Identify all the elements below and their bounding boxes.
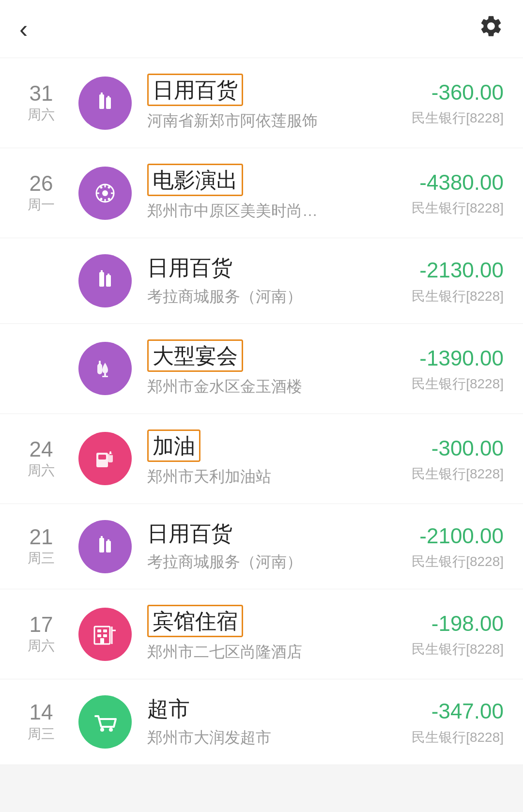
svg-rect-3 — [108, 96, 109, 98]
category-icon — [78, 608, 132, 661]
tx-info: 加油 郑州市天利加油站 — [147, 429, 381, 488]
tx-merchant: 河南省新郑市阿依莲服饰 — [147, 109, 381, 132]
tx-amount: -360.00 — [392, 78, 504, 106]
svg-rect-17 — [108, 274, 109, 276]
category-label-highlight: 日用百货 — [147, 74, 243, 106]
tx-bank: 民生银行[8228] — [392, 640, 504, 659]
tx-info: 日用百货 河南省新郑市阿依莲服饰 — [147, 74, 381, 132]
list-item[interactable]: 26 周一 电影演出 郑州市中原区美美时尚… -4380.00 民生银行[822… — [0, 148, 523, 238]
back-button[interactable]: ‹ — [19, 16, 48, 42]
svg-rect-35 — [103, 634, 107, 637]
date-col: 26 周一 — [19, 172, 63, 214]
tx-merchant: 考拉商城服务（河南） — [147, 550, 381, 573]
tx-amount: -4380.00 — [392, 169, 504, 196]
tx-category: 大型宴会 — [147, 339, 381, 372]
svg-rect-28 — [106, 541, 111, 552]
date-col: 17 周六 — [19, 613, 63, 656]
list-item[interactable]: 24 周六 加油 郑州市天利加油站 -300.00 民生银行[8228] — [0, 414, 523, 504]
tx-category: 日用百货 — [147, 520, 381, 547]
svg-rect-29 — [101, 536, 103, 539]
tx-amount: -300.00 — [392, 434, 504, 462]
header: ‹ — [0, 0, 523, 58]
svg-rect-1 — [106, 97, 111, 109]
svg-point-40 — [109, 728, 113, 732]
category-label-highlight: 大型宴会 — [147, 339, 243, 372]
svg-rect-18 — [97, 364, 102, 374]
svg-rect-20 — [104, 373, 106, 376]
category-label: 日用百货 — [147, 256, 232, 279]
svg-rect-19 — [99, 361, 101, 365]
tx-bank: 民生银行[8228] — [392, 109, 504, 127]
tx-merchant: 郑州市天利加油站 — [147, 465, 381, 488]
tx-amount-col: -360.00 民生银行[8228] — [392, 78, 504, 127]
list-item[interactable]: 31 周六 日用百货 河南省新郑市阿依莲服饰 -360.00 民生银行[8228… — [0, 58, 523, 148]
category-label-highlight: 宾馆住宿 — [147, 605, 243, 637]
svg-rect-33 — [103, 629, 107, 632]
list-item[interactable]: 14 周三 超市 郑州市大润发超市 -347.00 民生银行[8228] — [0, 679, 523, 765]
transaction-list: 31 周六 日用百货 河南省新郑市阿依莲服饰 -360.00 民生银行[8228… — [0, 58, 523, 765]
tx-bank: 民生银行[8228] — [392, 552, 504, 571]
tx-category: 加油 — [147, 429, 381, 462]
tx-info: 宾馆住宿 郑州市二七区尚隆酒店 — [147, 605, 381, 663]
svg-rect-15 — [106, 275, 111, 287]
tx-amount: -2100.00 — [392, 522, 504, 550]
svg-rect-30 — [108, 539, 109, 542]
tx-merchant: 郑州市金水区金玉酒楼 — [147, 375, 381, 398]
tx-category: 超市 — [147, 695, 381, 722]
tx-merchant: 郑州市中原区美美时尚… — [147, 199, 381, 222]
date-col: 24 周六 — [19, 438, 63, 480]
svg-rect-27 — [99, 538, 104, 552]
category-icon — [78, 432, 132, 485]
date-col: 31 周六 — [19, 82, 63, 124]
list-item[interactable]: 21 周三 日用百货 考拉商城服务（河南） -2100.00 民生银行[8228… — [0, 504, 523, 589]
list-item[interactable]: 日用百货 考拉商城服务（河南） -2130.00 民生银行[8228] — [0, 238, 523, 323]
svg-point-13 — [100, 198, 103, 200]
tx-amount-col: -2130.00 民生银行[8228] — [392, 256, 504, 305]
tx-info: 日用百货 考拉商城服务（河南） — [147, 520, 381, 573]
tx-bank: 民生银行[8228] — [392, 199, 504, 217]
svg-point-5 — [102, 190, 108, 196]
date-col: 21 周三 — [19, 525, 63, 568]
tx-bank: 民生银行[8228] — [392, 728, 504, 747]
date-col: 14 周三 — [19, 701, 63, 743]
tx-amount: -1390.00 — [392, 344, 504, 372]
tx-amount: -347.00 — [392, 697, 504, 725]
list-item[interactable]: 大型宴会 郑州市金水区金玉酒楼 -1390.00 民生银行[8228] — [0, 324, 523, 414]
svg-point-39 — [100, 728, 104, 732]
svg-rect-0 — [99, 94, 104, 109]
tx-amount-col: -1390.00 民生银行[8228] — [392, 344, 504, 393]
svg-rect-2 — [101, 92, 103, 95]
tx-bank: 民生银行[8228] — [392, 465, 504, 483]
tx-category: 日用百货 — [147, 254, 381, 281]
category-icon — [78, 77, 132, 130]
svg-rect-25 — [109, 451, 111, 455]
tx-amount-col: -300.00 民生银行[8228] — [392, 434, 504, 483]
tx-info: 日用百货 考拉商城服务（河南） — [147, 254, 381, 307]
svg-rect-36 — [100, 638, 104, 644]
tx-info: 超市 郑州市大润发超市 — [147, 695, 381, 749]
tx-merchant: 郑州市二七区尚隆酒店 — [147, 640, 381, 663]
svg-rect-14 — [99, 272, 104, 287]
tx-amount: -2130.00 — [392, 256, 504, 284]
category-label-highlight: 电影演出 — [147, 164, 243, 196]
category-label: 日用百货 — [147, 521, 232, 545]
tx-info: 大型宴会 郑州市金水区金玉酒楼 — [147, 339, 381, 398]
tx-merchant: 考拉商城服务（河南） — [147, 285, 381, 308]
list-item[interactable]: 17 周六 宾馆住宿 郑州市二七区尚隆酒店 -198.00 民生银行[8228] — [0, 589, 523, 679]
tx-amount: -198.00 — [392, 610, 504, 637]
settings-icon[interactable] — [475, 14, 504, 44]
svg-point-10 — [100, 186, 103, 188]
svg-rect-34 — [97, 634, 101, 637]
tx-bank: 民生银行[8228] — [392, 375, 504, 393]
tx-info: 电影演出 郑州市中原区美美时尚… — [147, 164, 381, 222]
category-icon — [78, 342, 132, 395]
svg-rect-32 — [97, 629, 101, 632]
tx-category: 电影演出 — [147, 164, 381, 196]
category-icon — [78, 520, 132, 573]
tx-category: 宾馆住宿 — [147, 605, 381, 637]
tx-category: 日用百货 — [147, 74, 381, 106]
svg-rect-16 — [101, 270, 103, 273]
svg-point-12 — [108, 198, 110, 200]
svg-rect-23 — [98, 455, 106, 460]
category-label: 超市 — [147, 697, 190, 720]
